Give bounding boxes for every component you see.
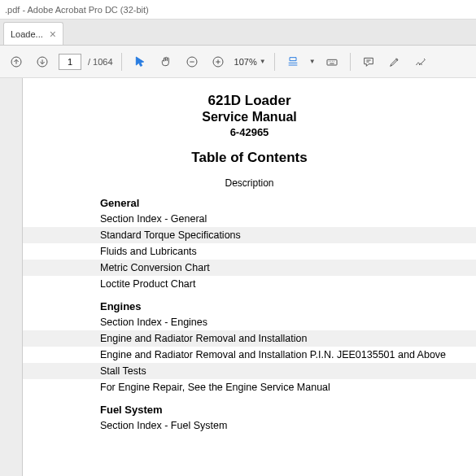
sign-button[interactable] [411, 52, 430, 72]
page-display-button[interactable] [283, 52, 303, 72]
zoom-value: 107% [234, 57, 257, 67]
document-tab[interactable]: Loade... × [3, 22, 63, 45]
chevron-down-icon: ▼ [260, 58, 266, 65]
section-heading: Engines [23, 299, 476, 314]
doc-number: 6-42965 [23, 126, 476, 138]
tab-bar: Loade... × [0, 20, 476, 46]
keyboard-icon[interactable] [322, 52, 342, 72]
toc-row: Section Index - General [23, 211, 476, 227]
hand-tool-button[interactable] [156, 52, 176, 72]
doc-title-2: Service Manual [23, 110, 476, 124]
main-toolbar: / 1064 107% ▼ ▼ [0, 46, 476, 78]
close-icon[interactable]: × [50, 28, 56, 40]
separator [274, 53, 275, 71]
toc-row: Section Index - Engines [23, 314, 476, 330]
toc-row: Metric Conversion Chart [23, 260, 476, 276]
section-heading: Fuel System [23, 402, 476, 417]
separator [350, 53, 351, 71]
workspace: 621D Loader Service Manual 6-42965 Table… [0, 78, 476, 476]
toc-row: Engine and Radiator Removal and Installa… [23, 330, 476, 347]
highlight-button[interactable] [385, 52, 404, 72]
toc-row: Stall Tests [23, 363, 476, 379]
toc-row: Engine and Radiator Removal and Installa… [23, 347, 476, 363]
svg-rect-4 [327, 59, 337, 65]
description-label: Description [23, 177, 476, 189]
page-viewport[interactable]: 621D Loader Service Manual 6-42965 Table… [23, 78, 476, 476]
chevron-down-icon[interactable]: ▼ [309, 58, 316, 65]
page-number-input[interactable] [59, 54, 81, 70]
toc-row: Fluids and Lubricants [23, 243, 476, 260]
toc-row: Loctite Product Chart [23, 276, 476, 292]
toc-heading: Table of Contents [23, 150, 476, 166]
window-title: .pdf - Adobe Acrobat Pro DC (32-bit) [5, 5, 149, 15]
window-titlebar: .pdf - Adobe Acrobat Pro DC (32-bit) [0, 0, 476, 20]
nav-sidebar[interactable] [0, 78, 23, 476]
toc-row: Section Index - Fuel System [23, 417, 476, 434]
zoom-in-button[interactable] [208, 52, 228, 72]
previous-view-button[interactable] [7, 52, 26, 72]
tab-label: Loade... [11, 29, 43, 39]
page-count: / 1064 [88, 57, 113, 67]
separator [121, 53, 122, 71]
toc-row: Standard Torque Specifications [23, 227, 476, 243]
doc-title-1: 621D Loader [23, 93, 476, 109]
next-view-button[interactable] [33, 52, 52, 72]
document-page: 621D Loader Service Manual 6-42965 Table… [23, 78, 476, 476]
zoom-out-button[interactable] [182, 52, 202, 72]
comment-button[interactable] [359, 52, 378, 72]
zoom-level-dropdown[interactable]: 107% ▼ [234, 57, 266, 67]
toc-row: For Engine Repair, See the Engine Servic… [23, 379, 476, 395]
section-heading: General [23, 195, 476, 211]
selection-tool-button[interactable] [130, 52, 150, 72]
